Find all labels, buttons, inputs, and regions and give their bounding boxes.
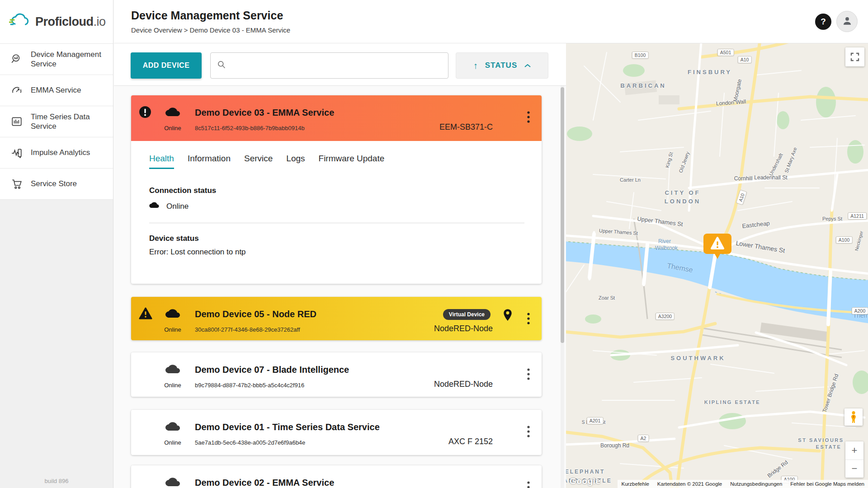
- fullscreen-icon: [850, 52, 859, 61]
- sidebar-item-label: Impulse Analytics: [31, 148, 90, 157]
- page-title: Device Management Service: [131, 9, 283, 22]
- bar-chart-icon: [10, 115, 24, 128]
- map-copyright: Kartendaten © 2021 Google: [657, 481, 722, 487]
- map-label-water: River: [658, 238, 671, 244]
- map-label-street: Pepys St: [822, 216, 842, 221]
- device-uuid: b9c79884-d887-47b2-bbb5-a5c4c4c2f916: [195, 382, 304, 389]
- brand-name: Proficloud.io: [35, 15, 106, 29]
- device-card-header[interactable]: Demo Device 03 - EMMA Service Online 8c5…: [131, 95, 542, 141]
- sidebar-nav: Device Management Service EMMA Service T…: [0, 43, 113, 200]
- sidebar-item-device-management[interactable]: Device Management Service: [0, 43, 113, 75]
- google-logo: Google: [570, 476, 600, 486]
- sidebar-item-emma-service[interactable]: EMMA Service: [0, 75, 113, 106]
- brand-logo[interactable]: Proficloud.io: [0, 0, 113, 43]
- sidebar-item-impulse-analytics[interactable]: Impulse Analytics: [0, 137, 113, 168]
- map-label-district: LONDON: [665, 198, 701, 205]
- search-input[interactable]: [231, 61, 442, 70]
- device-status-title: Device status: [149, 234, 524, 243]
- cart-icon: [10, 177, 24, 191]
- zoom-in-button[interactable]: +: [845, 441, 863, 460]
- route-shield: A501: [717, 49, 734, 56]
- card-menu-button[interactable]: [523, 107, 534, 127]
- device-card-demo-device-01: Demo Device 01 - Time Series Data Servic…: [131, 410, 542, 455]
- route-shield: A10: [738, 56, 752, 63]
- device-tabs: Health Information Service Logs Firmware…: [149, 154, 524, 169]
- sort-status-button[interactable]: ↑ STATUS: [456, 52, 548, 79]
- device-name: Demo Device 07 - Blade Intelligence: [195, 365, 349, 375]
- connection-status-title: Connection status: [149, 186, 524, 195]
- add-device-button[interactable]: ADD DEVICE: [131, 52, 202, 79]
- report-error-link[interactable]: Fehler bei Google Maps melden: [790, 481, 864, 487]
- tab-service[interactable]: Service: [244, 154, 273, 169]
- sidebar: Proficloud.io Device Management Service …: [0, 0, 113, 488]
- device-status: Online: [159, 382, 186, 389]
- page-header: Device Management Service Device Overvie…: [114, 0, 868, 43]
- map-zoom-control: + −: [845, 441, 863, 478]
- device-uuid: 8c517c11-6f52-493b-b886-7b9babb0914b: [195, 125, 305, 131]
- sidebar-item-label: Time Series Data Service: [31, 112, 107, 131]
- cloud-online-icon: [165, 477, 180, 488]
- sidebar-item-label: Device Management Service: [31, 50, 107, 69]
- device-list: Demo Device 03 - EMMA Service Online 8c5…: [114, 86, 566, 488]
- help-button[interactable]: ?: [815, 14, 831, 30]
- tab-health[interactable]: Health: [149, 154, 174, 169]
- terms-link[interactable]: Nutzungsbedingungen: [730, 481, 782, 487]
- device-name: Demo Device 01 - Time Series Data Servic…: [195, 422, 380, 432]
- user-avatar-button[interactable]: [836, 11, 858, 32]
- card-menu-button[interactable]: [523, 422, 534, 441]
- map-label-district: FINSBURY: [688, 69, 732, 75]
- device-status: Online: [159, 439, 186, 446]
- search-icon: [217, 60, 226, 71]
- card-menu-button[interactable]: [523, 364, 534, 384]
- device-card-demo-device-05: Demo Device 05 - Node RED Online 30ca800…: [131, 297, 542, 340]
- sort-ascending-icon: ↑: [473, 61, 478, 71]
- device-card-header[interactable]: Demo Device 05 - Node RED Online 30ca800…: [131, 297, 542, 340]
- map-fullscreen-button[interactable]: [845, 47, 864, 66]
- device-search[interactable]: [210, 52, 448, 79]
- map-attribution: Kurzbefehle Kartendaten © 2021 Google Nu…: [618, 480, 868, 488]
- error-icon: [139, 106, 151, 120]
- sidebar-item-time-series[interactable]: Time Series Data Service: [0, 106, 113, 137]
- shortcuts-link[interactable]: Kurzbefehle: [621, 481, 649, 487]
- device-card-demo-device-03: Demo Device 03 - EMMA Service Online 8c5…: [131, 95, 542, 284]
- map-label-district: ELEPHANT: [566, 469, 605, 475]
- location-pin-icon[interactable]: [503, 309, 513, 323]
- tab-firmware-update[interactable]: Firmware Update: [319, 154, 385, 169]
- device-name: Demo Device 02 - EMMA Service: [195, 478, 334, 488]
- connection-status-value: Online: [166, 202, 189, 211]
- scrollbar-thumb[interactable]: [561, 87, 564, 343]
- device-card-header[interactable]: Demo Device 02 - EMMA Service: [131, 465, 542, 488]
- cloud-online-icon: [149, 202, 159, 211]
- card-menu-button[interactable]: [523, 477, 534, 488]
- person-icon: [841, 15, 853, 28]
- device-card-header[interactable]: Demo Device 01 - Time Series Data Servic…: [131, 410, 542, 454]
- zoom-out-button[interactable]: −: [845, 460, 863, 478]
- map-label-district: BARBICAN: [620, 82, 666, 89]
- cloud-online-icon: [165, 308, 180, 321]
- device-status: Online: [159, 125, 186, 131]
- pulse-icon: [10, 146, 24, 160]
- map-label-street: Zoar St: [599, 295, 615, 300]
- street-view-pegman[interactable]: [844, 408, 863, 426]
- cloud-online-icon: [165, 107, 180, 119]
- tab-logs[interactable]: Logs: [286, 154, 305, 169]
- device-detail-panel: Health Information Service Logs Firmware…: [131, 141, 542, 257]
- device-model: NodeRED-Node: [434, 380, 493, 389]
- device-warning-map-marker[interactable]: [703, 233, 732, 262]
- tab-information[interactable]: Information: [188, 154, 231, 169]
- build-number: build 896: [0, 478, 113, 484]
- cloud-online-icon: [165, 364, 180, 376]
- list-scrollbar[interactable]: [561, 86, 564, 488]
- divider: [149, 223, 524, 223]
- route-shield: B100: [632, 52, 649, 59]
- device-card-header[interactable]: Demo Device 07 - Blade Intelligence Onli…: [131, 352, 542, 396]
- route-shield: A3200: [656, 313, 675, 320]
- map-label-street: Borough Rd: [600, 442, 629, 449]
- device-status-value: Error: Lost connection to ntp: [149, 248, 524, 257]
- card-menu-button[interactable]: [523, 309, 534, 328]
- device-card-demo-device-02: Demo Device 02 - EMMA Service: [131, 465, 542, 488]
- map-panel[interactable]: FINSBURY BARBICAN CITY OF LONDON SOUTHWA…: [566, 39, 868, 488]
- sidebar-item-service-store[interactable]: Service Store: [0, 168, 113, 199]
- chevron-up-icon: [524, 61, 531, 70]
- map-label-street: Carter Ln: [620, 177, 641, 183]
